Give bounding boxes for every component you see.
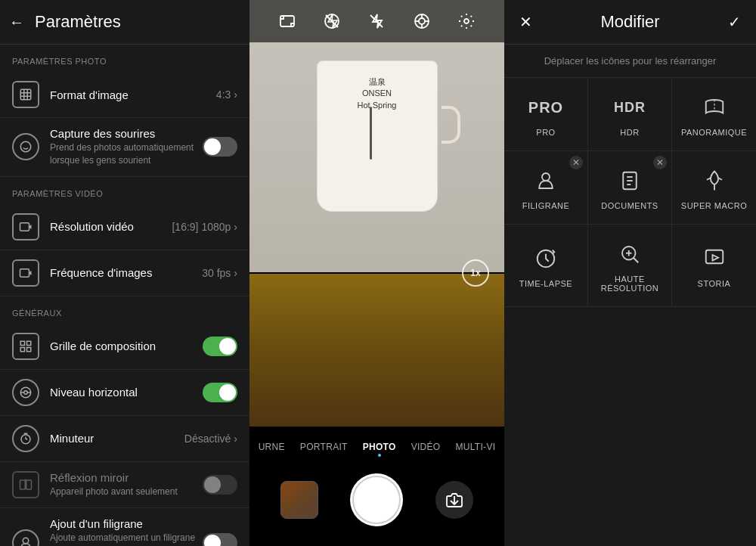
- capture-sourires-item: Capture des sourires Prend des photos au…: [0, 118, 249, 177]
- resolution-video-value: [16:9] 1080p ›: [172, 221, 237, 233]
- timer-badge[interactable]: 1x: [462, 259, 489, 287]
- svg-point-27: [23, 538, 29, 544]
- modes-grid: PRO PRO HDR HDR PANORAMIQUE ✕: [504, 78, 756, 307]
- filigrane-desc: Ajoute automatiquement un filigrane Hono…: [50, 532, 203, 546]
- no-flash-icon[interactable]: [363, 8, 390, 35]
- frequence-images-content: Fréquence d'images: [50, 266, 202, 279]
- mode-storia[interactable]: STORIA: [672, 225, 756, 307]
- niveau-horizontal-toggle[interactable]: [203, 383, 237, 402]
- format-image-label: Format d'image: [50, 88, 216, 101]
- modifier-title: Modifier: [600, 12, 659, 32]
- resolution-video-label: Résolution vidéo: [50, 220, 172, 233]
- filigrane-item: Ajout d'un filigrane Ajoute automatiquem…: [0, 508, 249, 546]
- mode-hdr[interactable]: HDR HDR: [588, 78, 672, 151]
- chevron-icon: ›: [234, 433, 237, 445]
- settings-title: Paramètres: [35, 12, 121, 32]
- modifier-header: ✕ Modifier ✓: [504, 0, 756, 45]
- resolution-video-item[interactable]: Résolution vidéo [16:9] 1080p ›: [0, 204, 249, 250]
- frequence-images-value: 30 fps ›: [202, 267, 237, 279]
- mode-portrait[interactable]: PORTRAIT: [293, 437, 355, 461]
- flip-camera-button[interactable]: [435, 481, 473, 519]
- mode-pro[interactable]: PRO PRO: [504, 78, 588, 151]
- mode-haute-resolution[interactable]: HAUTERÉSOLUTION: [588, 225, 672, 307]
- section-label-generaux: GÉNÉRAUX: [0, 296, 249, 324]
- grille-composition-item: Grille de composition: [0, 324, 249, 370]
- smile-icon: [12, 133, 39, 160]
- back-button[interactable]: ←: [9, 14, 24, 31]
- filigrane-label: Ajout d'un filigrane: [50, 517, 203, 530]
- mirror-icon: [12, 471, 39, 498]
- mode-urne[interactable]: URNE: [251, 437, 293, 461]
- filigrane-mode-icon: [530, 165, 562, 197]
- hdr-icon: HDR: [614, 92, 646, 123]
- settings-header: ← Paramètres: [0, 0, 249, 45]
- mode-panoramique[interactable]: PANORAMIQUE: [672, 78, 756, 151]
- flash-off-icon[interactable]: [318, 8, 345, 35]
- mode-multivi[interactable]: MULTI-VI: [448, 437, 503, 461]
- svg-rect-8: [20, 222, 29, 231]
- mode-photo[interactable]: PHOTO: [355, 437, 404, 461]
- reflexion-miroir-desc: Appareil photo avant seulement: [50, 486, 203, 498]
- spoon: [370, 107, 372, 160]
- toggle-knob: [204, 535, 221, 546]
- section-label-video: PARAMÈTRES VIDÉO: [0, 177, 249, 204]
- niveau-horizontal-label: Niveau horizontal: [50, 386, 203, 399]
- mode-time-lapse-label: TIME-LAPSE: [519, 279, 572, 288]
- minuteur-item[interactable]: Minuteur Désactivé ›: [0, 416, 249, 462]
- modifier-subtitle: Déplacer les icônes pour les réarranger: [504, 45, 756, 78]
- capture-sourires-toggle[interactable]: [203, 137, 237, 157]
- niveau-horizontal-item: Niveau horizontal: [0, 370, 249, 416]
- filigrane-content: Ajout d'un filigrane Ajoute automatiquem…: [50, 517, 203, 546]
- grid-icon: [12, 333, 39, 360]
- frequence-icon: [12, 259, 39, 287]
- mode-documents[interactable]: ✕ DOCUMENTS: [588, 151, 672, 225]
- remove-documents-btn[interactable]: ✕: [653, 156, 667, 169]
- timer-icon: [12, 425, 39, 452]
- toggle-knob: [204, 476, 221, 493]
- pro-icon: PRO: [530, 92, 562, 123]
- svg-marker-55: [712, 255, 718, 261]
- settings-panel: ← Paramètres PARAMÈTRES PHOTO Format d'i…: [0, 0, 249, 546]
- frequence-images-item[interactable]: Fréquence d'images 30 fps ›: [0, 250, 249, 296]
- svg-rect-10: [20, 268, 29, 277]
- shutter-button[interactable]: [350, 473, 403, 526]
- modifier-panel: ✕ Modifier ✓ Déplacer les icônes pour le…: [504, 0, 756, 546]
- svg-rect-13: [27, 341, 31, 345]
- filigrane-toggle[interactable]: [203, 533, 237, 546]
- toggle-knob: [204, 138, 221, 155]
- chevron-icon: ›: [234, 221, 237, 233]
- documents-icon: [614, 165, 646, 197]
- svg-point-34: [419, 18, 425, 24]
- frequence-images-label: Fréquence d'images: [50, 266, 202, 279]
- mode-time-lapse[interactable]: TIME-LAPSE: [504, 225, 588, 307]
- svg-rect-29: [280, 16, 294, 26]
- image-icon: [12, 81, 39, 108]
- mode-video[interactable]: VIDÉO: [404, 437, 448, 461]
- toggle-knob: [219, 384, 236, 401]
- mug-handle: [442, 106, 460, 144]
- svg-rect-15: [27, 347, 31, 351]
- reflexion-miroir-content: Réflexion miroir Appareil photo avant se…: [50, 471, 203, 498]
- mode-panoramique-label: PANORAMIQUE: [681, 128, 747, 137]
- close-button[interactable]: ✕: [519, 13, 532, 31]
- mode-hdr-label: HDR: [620, 128, 639, 137]
- panorama-icon: [699, 92, 730, 123]
- remove-filigrane-btn[interactable]: ✕: [569, 156, 583, 169]
- photo-thumbnail[interactable]: [280, 481, 318, 519]
- mode-filigrane[interactable]: ✕ FILIGRANE: [504, 151, 588, 225]
- ai-icon[interactable]: [408, 8, 435, 35]
- grille-composition-toggle[interactable]: [203, 337, 237, 356]
- svg-rect-14: [20, 347, 24, 351]
- aspect-ratio-icon[interactable]: [274, 8, 301, 35]
- level-icon: [12, 379, 39, 406]
- mug-photo: 温泉ONSENHot Spring: [309, 60, 445, 227]
- format-image-item[interactable]: Format d'image 4:3 ›: [0, 72, 249, 118]
- capture-sourires-label: Capture des sourires: [50, 127, 203, 140]
- mode-storia-label: STORIA: [698, 279, 731, 288]
- settings-icon[interactable]: [453, 8, 480, 35]
- capture-sourires-desc: Prend des photos automatiquement lorsque…: [50, 141, 203, 167]
- minuteur-value: Désactivé ›: [184, 433, 237, 445]
- mode-super-macro[interactable]: SUPER MACRO: [672, 151, 756, 225]
- check-button[interactable]: ✓: [728, 13, 741, 31]
- svg-point-39: [464, 19, 469, 23]
